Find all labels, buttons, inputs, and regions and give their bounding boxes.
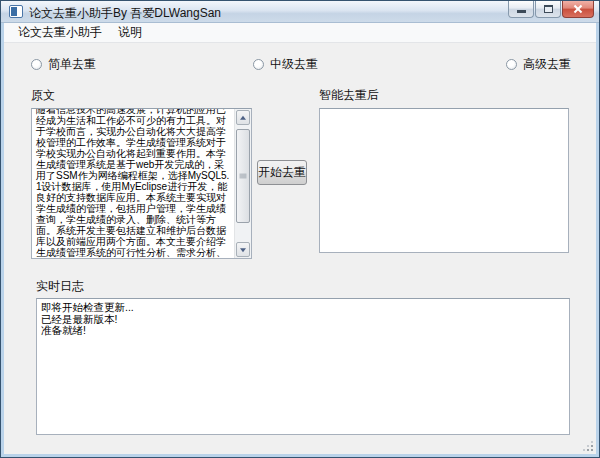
log-line: 准备就绪! <box>41 325 565 337</box>
resize-grip-icon[interactable] <box>582 440 594 452</box>
log-label: 实时日志 <box>36 278 84 295</box>
radio-circle-icon <box>506 59 517 70</box>
arrow-up-icon <box>240 115 246 119</box>
original-text-viewport: 随着信息技术的高速发展，计算机的应用已经成为生活和工作必不可少的有力工具。对于学… <box>32 109 234 258</box>
log-textarea[interactable]: 即将开始检查更新... 已经是最新版本! 准备就绪! <box>36 298 570 435</box>
app-window: 论文去重小助手By 吾爱DLWangSan 论文去重小助手 说明 简单去重 <box>0 0 600 458</box>
app-icon <box>9 5 23 18</box>
original-textarea[interactable]: 随着信息技术的高速发展，计算机的应用已经成为生活和工作必不可少的有力工具。对于学… <box>31 108 252 259</box>
log-line: 已经是最新版本! <box>41 314 565 326</box>
arrow-down-icon <box>240 248 246 252</box>
client-area: 论文去重小助手 说明 简单去重 中级去重 高级去重 原文 随着信息技术的高速发展… <box>4 23 596 454</box>
minimize-icon <box>517 10 526 13</box>
window-title: 论文去重小助手By 吾爱DLWangSan <box>29 5 221 22</box>
scroll-down-button[interactable] <box>236 242 250 257</box>
original-text-content: 随着信息技术的高速发展，计算机的应用已经成为生活和工作必不可少的有力工具。对于学… <box>36 109 232 258</box>
scrollbar[interactable] <box>234 109 251 258</box>
radio-simple-dedup[interactable]: 简单去重 <box>31 56 96 73</box>
log-line: 即将开始检查更新... <box>41 302 565 314</box>
radio-advanced-dedup[interactable]: 高级去重 <box>506 56 571 73</box>
menu-item-help[interactable]: 说明 <box>110 22 150 43</box>
close-button[interactable] <box>562 1 594 18</box>
radio-label: 高级去重 <box>523 56 571 73</box>
menubar: 论文去重小助手 说明 <box>4 23 596 43</box>
result-text-label: 智能去重后 <box>319 87 379 104</box>
radio-circle-icon <box>253 59 264 70</box>
scroll-up-button[interactable] <box>236 110 250 125</box>
maximize-button[interactable] <box>535 1 561 18</box>
radio-medium-dedup[interactable]: 中级去重 <box>253 56 318 73</box>
result-text-viewport <box>320 109 568 252</box>
original-text-label: 原文 <box>31 87 55 104</box>
maximize-icon <box>544 5 553 13</box>
titlebar[interactable]: 论文去重小助手By 吾爱DLWangSan <box>1 1 599 23</box>
scrollbar-thumb[interactable] <box>236 129 250 223</box>
menu-item-app[interactable]: 论文去重小助手 <box>10 22 110 43</box>
close-icon <box>573 4 583 14</box>
radio-label: 中级去重 <box>270 56 318 73</box>
radio-circle-icon <box>31 59 42 70</box>
radio-label: 简单去重 <box>48 56 96 73</box>
window-controls <box>508 1 594 18</box>
start-dedup-button[interactable]: 开始去重 <box>257 160 307 185</box>
minimize-button[interactable] <box>508 1 534 18</box>
result-textarea[interactable] <box>319 108 569 253</box>
